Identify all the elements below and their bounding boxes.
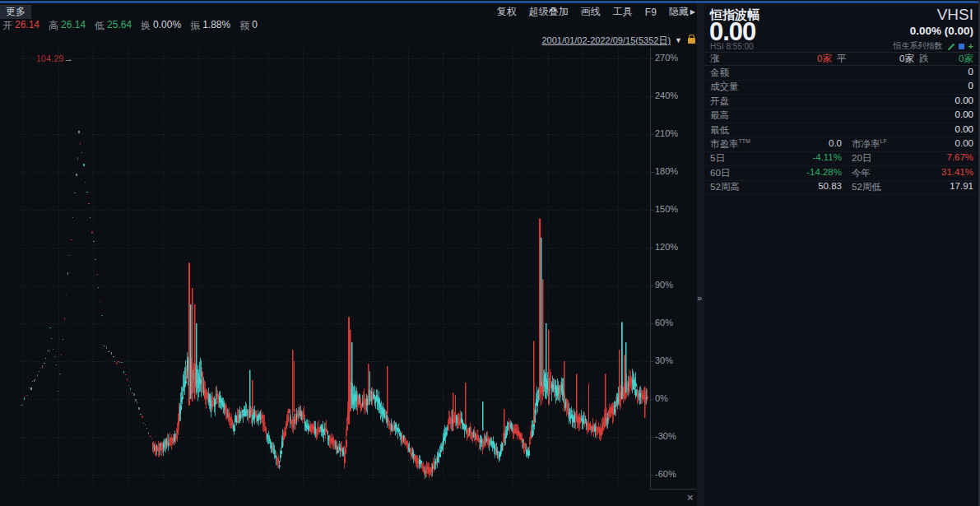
chart-bottom-strip: × xyxy=(0,490,697,506)
annotation-arrow-icon: → xyxy=(64,53,73,63)
52wk-high-value: 50.83 xyxy=(818,181,842,193)
low-value: 25.64 xyxy=(107,19,132,33)
add-icon[interactable]: + xyxy=(968,43,973,50)
y-axis: 270%240%210%180%150%120%90%60%30%0%-30%-… xyxy=(650,48,696,490)
low-label: 低 xyxy=(95,19,105,33)
advancers-label: 涨 xyxy=(710,53,720,65)
date-range-selector[interactable]: 2001/01/02-2022/09/15(5352日) xyxy=(542,35,671,47)
table-row-low: 最低 0.00 xyxy=(704,123,980,137)
table-row-60d-ytd: 60日 -14.28% 今年 31.41% xyxy=(704,166,980,180)
historical-max-value: 104.29 xyxy=(36,53,64,63)
pb-value: 0.00 xyxy=(955,138,973,151)
volume-row-label: 成交量 xyxy=(710,81,739,93)
20d-value: 7.67% xyxy=(946,152,973,165)
pe-value: 0.0 xyxy=(829,138,842,151)
60d-label: 60日 xyxy=(710,167,730,179)
pe-sup: TTM xyxy=(739,138,750,144)
advancers-value: 0家 xyxy=(817,53,832,65)
toolbar-item-draw-line[interactable]: 画线 xyxy=(581,5,601,19)
52wk-low-label: 52周低 xyxy=(852,181,881,193)
low-stat: 低 25.64 xyxy=(95,19,132,33)
indicator-icon[interactable] xyxy=(959,44,964,49)
table-row-amount: 金额 0 xyxy=(704,66,980,80)
date-range-dropdown-icon[interactable]: ▼ xyxy=(675,36,682,44)
y-axis-label: -60% xyxy=(655,469,676,479)
low-row-value: 0.00 xyxy=(955,124,973,137)
unchanged-value: 0家 xyxy=(899,53,914,65)
52wk-low-value: 17.91 xyxy=(950,181,973,193)
high-row-value: 0.00 xyxy=(955,109,973,122)
high-label: 高 xyxy=(49,19,58,33)
pe-label: 市盈率 xyxy=(710,139,739,149)
y-axis-label: 60% xyxy=(655,318,673,327)
trading-app-window: 更多 复权 超级叠加 画线 工具 F9 隐藏 ▶ 开 26.14 高 26.14… xyxy=(0,0,980,506)
historical-max-annotation: 104.29→ xyxy=(36,53,73,63)
open-value: 26.14 xyxy=(15,19,39,33)
amount-label: 额 xyxy=(239,19,249,33)
open-label: 开 xyxy=(2,19,12,33)
5d-value: -4.11% xyxy=(812,152,842,165)
quote-stats-table: 涨 0家 平 0家 跌 0家 金额 0 成交量 0 xyxy=(704,52,980,195)
table-row-open: 开盘 0.00 xyxy=(704,95,980,109)
y-axis-label: -30% xyxy=(655,431,676,441)
ytd-label: 今年 xyxy=(852,167,871,179)
unchanged-label: 平 xyxy=(837,53,847,65)
60d-value: -14.28% xyxy=(806,167,842,179)
more-button[interactable]: 更多 xyxy=(0,5,31,19)
price-change: 0.00% (0.00) xyxy=(910,25,973,37)
panel-splitter[interactable]: » xyxy=(697,3,704,506)
y-axis-label: 90% xyxy=(655,280,673,290)
lock-icon[interactable] xyxy=(688,38,695,44)
y-axis-label: 180% xyxy=(655,166,678,176)
y-axis-label: 150% xyxy=(655,204,678,214)
high-row-label: 最高 xyxy=(710,109,729,122)
chart-plot-area: 104.29→ 270%240%210%180%150%120%90%60%30… xyxy=(0,48,697,490)
amount-value: 0 xyxy=(252,19,258,33)
quote-panel: 恒指波幅 VHSI 0.00 0.00% (0.00) HSI 8:55:00 … xyxy=(704,3,980,506)
amount-row-value: 0 xyxy=(968,67,973,79)
y-axis-label: 240% xyxy=(655,91,678,100)
decliners-label: 跌 xyxy=(919,53,929,65)
y-axis-label: 30% xyxy=(655,355,673,365)
index-category-row: 恒生系列指数 + xyxy=(894,40,973,52)
amplitude-label: 振 xyxy=(190,19,200,33)
ohlc-summary-row: 开 26.14 高 26.14 低 25.64 换 0.00% 振 1.88% … xyxy=(2,19,258,32)
date-range-row: 2001/01/02-2022/09/15(5352日) ▼ xyxy=(542,34,696,47)
table-row-high: 最高 0.00 xyxy=(704,109,980,123)
open-row-value: 0.00 xyxy=(955,95,973,108)
20d-label: 20日 xyxy=(852,152,871,165)
open-row-label: 开盘 xyxy=(710,95,729,108)
hide-arrow-icon: ▶ xyxy=(690,8,695,16)
candlestick-chart-canvas[interactable] xyxy=(21,48,650,488)
y-axis-label: 270% xyxy=(655,53,678,63)
market-status: HSI 8:55:00 xyxy=(710,42,754,51)
toolbar-hide-label: 隐藏 xyxy=(669,5,689,19)
y-axis-label: 0% xyxy=(655,393,668,403)
instrument-code: VHSI xyxy=(937,6,973,24)
toolbar-item-f9[interactable]: F9 xyxy=(645,7,657,18)
decliners-value: 0家 xyxy=(959,53,973,65)
toolbar-item-tools[interactable]: 工具 xyxy=(613,5,633,19)
ytd-value: 31.41% xyxy=(941,167,973,179)
volume-row-value: 0 xyxy=(968,81,973,93)
table-row-52wk: 52周高 50.83 52周低 17.91 xyxy=(704,181,980,195)
turnover-rate-stat: 换 0.00% xyxy=(141,19,181,33)
toolbar-item-hide[interactable]: 隐藏 ▶ xyxy=(669,5,695,19)
index-category-label[interactable]: 恒生系列指数 xyxy=(894,40,943,52)
close-icon[interactable]: × xyxy=(687,491,694,504)
high-value: 26.14 xyxy=(61,19,86,33)
turnover-rate-label: 换 xyxy=(141,19,151,33)
amount-row-label: 金额 xyxy=(710,67,729,79)
table-row-volume: 成交量 0 xyxy=(704,81,980,95)
y-axis-label: 120% xyxy=(655,242,678,252)
high-stat: 高 26.14 xyxy=(49,19,86,33)
table-row-pe-pb: 市盈率TTM 0.0 市净率LF 0.00 xyxy=(704,137,980,151)
collapse-panel-icon[interactable]: » xyxy=(697,293,702,303)
low-row-label: 最低 xyxy=(710,124,729,137)
edit-icon[interactable] xyxy=(947,43,954,50)
chart-pane: 更多 复权 超级叠加 画线 工具 F9 隐藏 ▶ 开 26.14 高 26.14… xyxy=(0,3,697,506)
toolbar-item-super-overlay[interactable]: 超级叠加 xyxy=(529,5,569,19)
market-breadth-row: 涨 0家 平 0家 跌 0家 xyxy=(704,52,980,66)
open-stat: 开 26.14 xyxy=(2,19,39,33)
toolbar-item-adjust[interactable]: 复权 xyxy=(497,5,517,19)
